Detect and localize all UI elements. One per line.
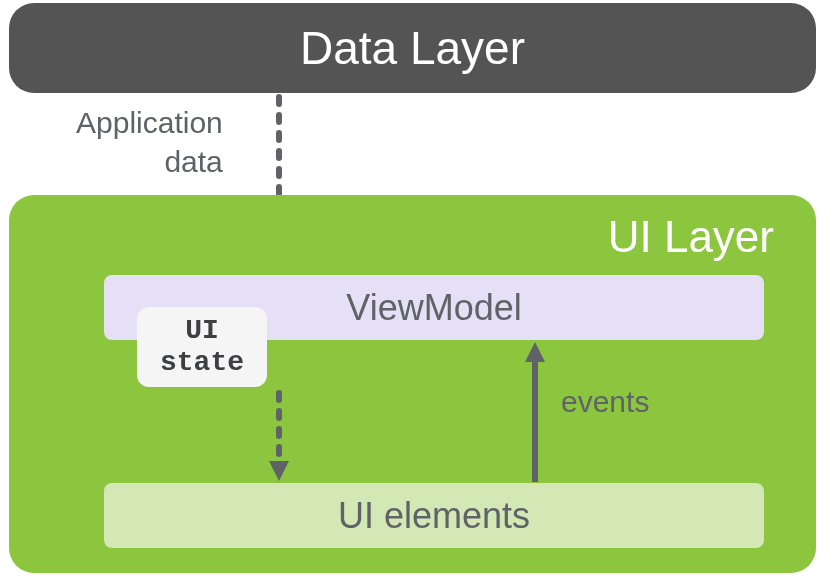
ui-layer-label: UI Layer — [608, 212, 774, 262]
ui-elements-label: UI elements — [338, 495, 530, 537]
data-layer-box: Data Layer — [9, 3, 816, 93]
ui-layer-container: UI Layer ViewModel UI state UI elements … — [9, 195, 816, 573]
application-data-label: Application data — [76, 103, 223, 181]
viewmodel-label: ViewModel — [346, 287, 521, 329]
ui-elements-box: UI elements — [104, 483, 764, 548]
events-label: events — [561, 385, 649, 419]
ui-state-badge: UI state — [137, 307, 267, 387]
data-layer-label: Data Layer — [300, 21, 525, 75]
